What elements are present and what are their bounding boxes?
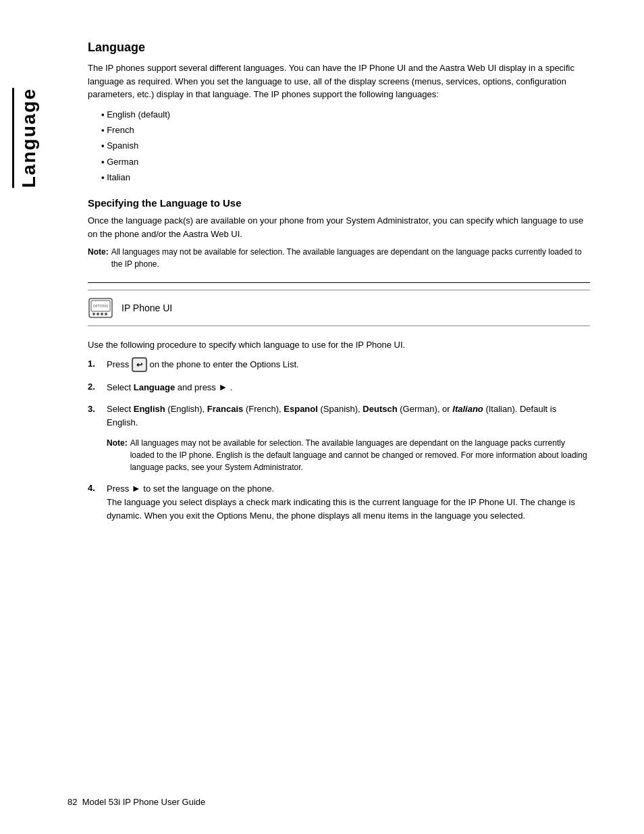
step-1: 1. Press ↩ on the phone to enter the Opt… xyxy=(88,357,590,373)
svg-text:OPTIONS: OPTIONS xyxy=(93,304,109,308)
svg-point-4 xyxy=(101,313,103,315)
divider-top xyxy=(88,282,590,283)
svg-point-5 xyxy=(105,313,107,315)
step3-note-content: All languages may not be available for s… xyxy=(130,437,590,473)
step3-note-block: Note: All languages may not be available… xyxy=(107,437,590,473)
phone-ui-label: IP Phone UI xyxy=(122,303,172,313)
steps-list: 1. Press ↩ on the phone to enter the Opt… xyxy=(88,357,590,429)
step-3-content: Select English (English), Francais (Fren… xyxy=(107,402,590,429)
arrow-right-icon: ► xyxy=(218,380,227,394)
step-2-num: 2. xyxy=(88,380,101,394)
step3-note-label: Note: xyxy=(107,437,128,473)
procedure-intro: Use the following procedure to specify w… xyxy=(88,338,590,352)
footer-text: Model 53i IP Phone User Guide xyxy=(82,797,206,807)
footer: 82 Model 53i IP Phone User Guide xyxy=(68,797,205,807)
language-list: English (default) French Spanish German … xyxy=(101,107,590,186)
page-number: 82 xyxy=(68,797,77,807)
phone-ui-box: OPTIONS IP Phone UI xyxy=(88,290,590,326)
list-item: Spanish xyxy=(101,138,590,153)
section2-title: Specifying the Language to Use xyxy=(88,197,590,209)
list-item: English (default) xyxy=(101,107,590,122)
sidebar-label: Language xyxy=(12,88,40,188)
step-4: 4. Press ► to set the language on the ph… xyxy=(88,481,590,522)
svg-point-3 xyxy=(97,313,99,315)
step-4-content: Press ► to set the language on the phone… xyxy=(107,481,590,522)
page-title: Language xyxy=(88,41,590,55)
steps-list-2: 4. Press ► to set the language on the ph… xyxy=(88,481,590,522)
page: Language Language The IP phones support … xyxy=(0,0,644,834)
list-item: German xyxy=(101,154,590,170)
options-button-icon: ↩ xyxy=(132,357,147,373)
note-label: Note: xyxy=(88,246,109,270)
step-3: 3. Select English (English), Francais (F… xyxy=(88,402,590,429)
note-content: All languages may not be available for s… xyxy=(111,246,590,270)
section2-note: Note: All languages may not be available… xyxy=(88,246,590,270)
main-content: Language The IP phones support several d… xyxy=(88,41,590,522)
phone-icon: OPTIONS xyxy=(88,297,113,319)
list-item: Italian xyxy=(101,170,590,185)
step3-note: Note: All languages may not be available… xyxy=(107,437,590,473)
step-1-content: Press ↩ on the phone to enter the Option… xyxy=(107,357,590,373)
step-2: 2. Select Language and press ► . xyxy=(88,380,590,394)
svg-point-2 xyxy=(92,313,95,315)
intro-paragraph: The IP phones support several different … xyxy=(88,61,590,101)
svg-rect-0 xyxy=(89,298,112,317)
section2-paragraph: Once the language pack(s) are available … xyxy=(88,214,590,240)
step-3-num: 3. xyxy=(88,402,101,416)
list-item: French xyxy=(101,122,590,138)
arrow-right-icon-2: ► xyxy=(132,481,141,496)
step-2-content: Select Language and press ► . xyxy=(107,380,590,394)
step-4-num: 4. xyxy=(88,481,101,495)
step-1-num: 1. xyxy=(88,357,101,371)
